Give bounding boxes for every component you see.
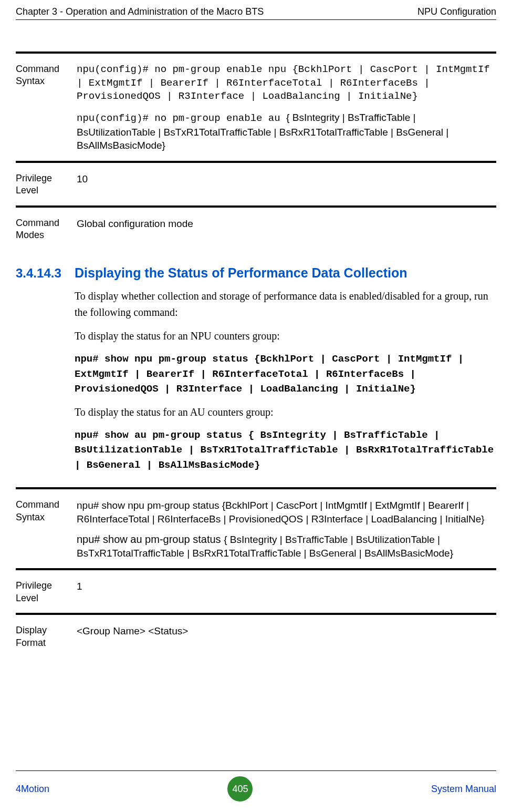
value-privilege-level-2: 1 [75,569,496,614]
value-display-format: <Group Name> <Status> [75,614,496,657]
body-cmd2: npu# show au pm-group status { BsIntegri… [75,428,496,473]
syntax2-line2: npu# show au pm-group status { BsIntegri… [77,532,496,560]
syntax2-line2-prefix: npu# show au pm-group status [77,533,224,545]
page-footer: 4Motion 405 System Manual [16,770,496,801]
body-p2: To display the status for an NPU counter… [75,328,496,344]
label-privilege-level: Privilege Level [16,162,75,207]
label-command-syntax: Command Syntax [16,53,75,162]
definition-block-1: Command Syntax npu(config)# no pm-group … [16,52,496,250]
value-command-syntax-2: npu# show npu pm-group status {BckhlPort… [75,488,496,569]
footer-left: 4Motion [16,784,49,795]
value-command-syntax: npu(config)# no pm-group enable npu {Bck… [75,53,496,162]
syntax2-line1: npu# show npu pm-group status {BckhlPort… [77,499,496,526]
body-p1: To display whether collection and storag… [75,288,496,321]
header-right: NPU Configuration [417,6,496,17]
header-left: Chapter 3 - Operation and Administration… [16,6,264,17]
label-display-format: Display Format [16,614,75,657]
section-number: 3.4.14.3 [16,266,75,281]
value-command-modes: Global configuration mode [75,207,496,250]
label-command-syntax-2: Command Syntax [16,488,75,569]
section-body: To display whether collection and storag… [75,288,496,472]
label-privilege-level-2: Privilege Level [16,569,75,614]
section-title: Displaying the Status of Performance Dat… [75,265,407,281]
label-command-modes: Command Modes [16,207,75,250]
page-number: 405 [227,776,253,801]
body-cmd1: npu# show npu pm-group status {BckhlPort… [75,352,496,397]
definition-block-2: Command Syntax npu# show npu pm-group st… [16,487,496,657]
page-header: Chapter 3 - Operation and Administration… [16,6,496,20]
body-p3: To display the status for an AU counters… [75,404,496,420]
value-privilege-level: 10 [75,162,496,207]
section-heading: 3.4.14.3 Displaying the Status of Perfor… [16,265,496,281]
syntax-npu: npu(config)# no pm-group enable npu {Bck… [77,63,496,104]
syntax-au: npu(config)# no pm-group enable au { BsI… [77,111,496,152]
syntax-au-prefix: npu(config)# no pm-group enable au [77,112,286,124]
footer-right: System Manual [431,784,496,795]
